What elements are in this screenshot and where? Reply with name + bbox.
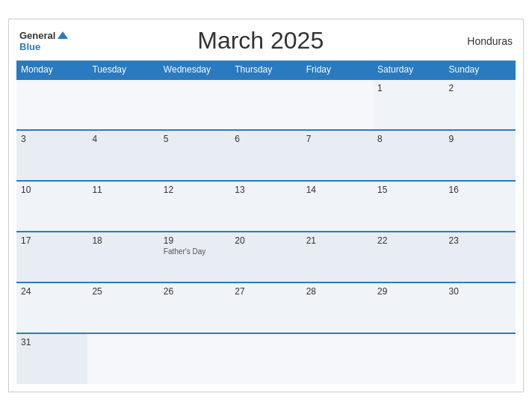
logo-blue-text: Blue — [19, 41, 40, 52]
table-row: 31 — [16, 333, 87, 384]
table-row: 26 — [159, 282, 230, 333]
table-row: 12 — [159, 181, 230, 232]
table-row: 30 — [445, 282, 516, 333]
table-row — [230, 333, 301, 384]
country-label: Honduras — [453, 35, 513, 47]
table-row: 19Father's Day — [159, 232, 230, 282]
table-row — [87, 333, 158, 384]
logo-triangle-icon — [58, 31, 68, 39]
table-row: 5 — [159, 130, 230, 181]
table-row: 15 — [373, 181, 444, 232]
table-row: 23 — [445, 232, 516, 282]
table-row — [87, 79, 158, 130]
calendar-row: 3456789 — [16, 130, 516, 181]
table-row — [16, 79, 87, 130]
weekday-sunday: Sunday — [445, 61, 516, 79]
weekday-tuesday: Tuesday — [87, 61, 158, 79]
table-row: 7 — [302, 130, 373, 181]
day-number: 4 — [92, 134, 154, 144]
calendar-row: 10111213141516 — [16, 181, 516, 232]
table-row: 22 — [373, 232, 444, 282]
day-number: 27 — [235, 286, 297, 297]
day-number: 3 — [21, 134, 83, 144]
day-number: 13 — [235, 185, 297, 195]
table-row — [302, 79, 373, 130]
day-number: 31 — [21, 337, 83, 347]
table-row: 8 — [373, 130, 444, 181]
table-row: 18 — [87, 232, 158, 282]
day-number: 19 — [164, 235, 226, 246]
logo-general-text: General — [19, 30, 55, 41]
day-number: 26 — [164, 286, 226, 297]
table-row: 9 — [445, 130, 516, 181]
day-number: 8 — [377, 134, 439, 144]
table-row — [302, 333, 373, 384]
day-number: 20 — [235, 235, 297, 246]
calendar-row: 24252627282930 — [16, 282, 516, 333]
day-number: 15 — [377, 185, 439, 195]
table-row: 2 — [445, 79, 516, 130]
table-row: 16 — [445, 181, 516, 232]
calendar-row: 12 — [16, 79, 516, 130]
day-number: 18 — [92, 235, 154, 246]
weekday-monday: Monday — [16, 61, 87, 79]
weekday-header-row: Monday Tuesday Wednesday Thursday Friday… — [16, 61, 516, 79]
table-row: 17 — [16, 232, 87, 282]
table-row — [445, 333, 516, 384]
day-number: 12 — [164, 185, 226, 195]
table-row: 6 — [230, 130, 301, 181]
day-number: 14 — [306, 185, 368, 195]
logo: General Blue — [19, 30, 68, 52]
day-number: 30 — [449, 286, 511, 297]
weekday-wednesday: Wednesday — [159, 61, 230, 79]
table-row: 1 — [373, 79, 444, 130]
day-number: 1 — [377, 83, 439, 93]
table-row — [159, 333, 230, 384]
day-number: 23 — [449, 235, 511, 246]
table-row: 10 — [16, 181, 87, 232]
calendar-row: 31 — [16, 333, 516, 384]
day-number: 22 — [377, 235, 439, 246]
table-row: 20 — [230, 232, 301, 282]
day-number: 11 — [92, 185, 154, 195]
table-row: 29 — [373, 282, 444, 333]
weekday-thursday: Thursday — [230, 61, 301, 79]
weekday-friday: Friday — [302, 61, 373, 79]
day-number: 24 — [21, 286, 83, 297]
table-row: 13 — [230, 181, 301, 232]
day-number: 16 — [449, 185, 511, 195]
day-number: 17 — [21, 235, 83, 246]
table-row: 11 — [87, 181, 158, 232]
table-row: 4 — [87, 130, 158, 181]
table-row: 21 — [302, 232, 373, 282]
day-number: 10 — [21, 185, 83, 195]
table-row — [230, 79, 301, 130]
calendar-title: March 2025 — [68, 27, 453, 55]
table-row: 14 — [302, 181, 373, 232]
event-label: Father's Day — [164, 247, 226, 256]
day-number: 29 — [377, 286, 439, 297]
day-number: 28 — [306, 286, 368, 297]
calendar-row: 171819Father's Day20212223 — [16, 232, 516, 282]
calendar-container: General Blue March 2025 Honduras Monday … — [8, 19, 524, 392]
day-number: 7 — [306, 134, 368, 144]
table-row: 3 — [16, 130, 87, 181]
day-number: 2 — [449, 83, 511, 93]
table-row: 27 — [230, 282, 301, 333]
table-row: 24 — [16, 282, 87, 333]
table-row — [373, 333, 444, 384]
table-row: 25 — [87, 282, 158, 333]
calendar-table: Monday Tuesday Wednesday Thursday Friday… — [16, 61, 516, 384]
table-row — [159, 79, 230, 130]
calendar-header: General Blue March 2025 Honduras — [16, 27, 516, 55]
weekday-saturday: Saturday — [373, 61, 444, 79]
day-number: 9 — [449, 134, 511, 144]
day-number: 5 — [164, 134, 226, 144]
day-number: 25 — [92, 286, 154, 297]
day-number: 6 — [235, 134, 297, 144]
table-row: 28 — [302, 282, 373, 333]
day-number: 21 — [306, 235, 368, 246]
